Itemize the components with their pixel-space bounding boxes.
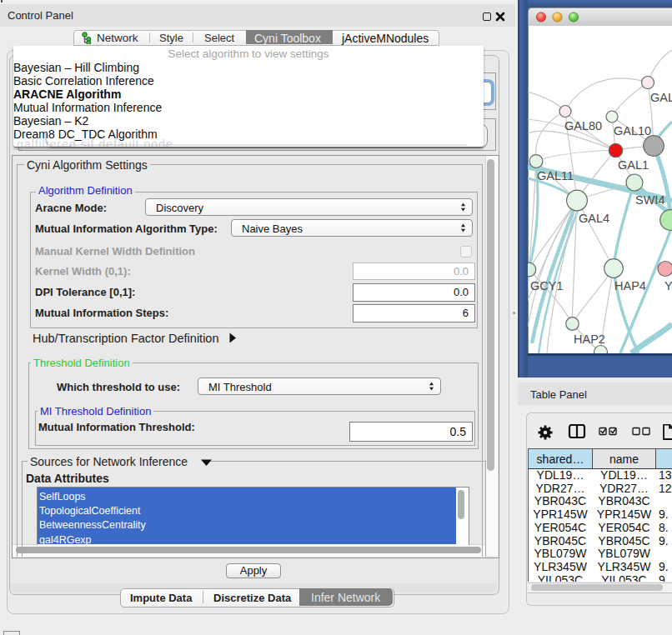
svg-text:GCY1: GCY1: [530, 279, 564, 292]
svg-text:Y: Y: [664, 279, 672, 292]
svg-text:HAP4: HAP4: [614, 279, 646, 292]
svg-text:GAL1: GAL1: [618, 158, 649, 172]
svg-text:GAL10: GAL10: [614, 124, 651, 138]
svg-text:GAL80: GAL80: [564, 119, 602, 132]
svg-text:GAL7: GAL7: [650, 91, 672, 104]
svg-text:GAL11: GAL11: [537, 169, 574, 182]
svg-text:GAL4: GAL4: [579, 212, 609, 225]
svg-text:HAP2: HAP2: [574, 332, 605, 346]
svg-text:SWI4: SWI4: [635, 193, 664, 207]
